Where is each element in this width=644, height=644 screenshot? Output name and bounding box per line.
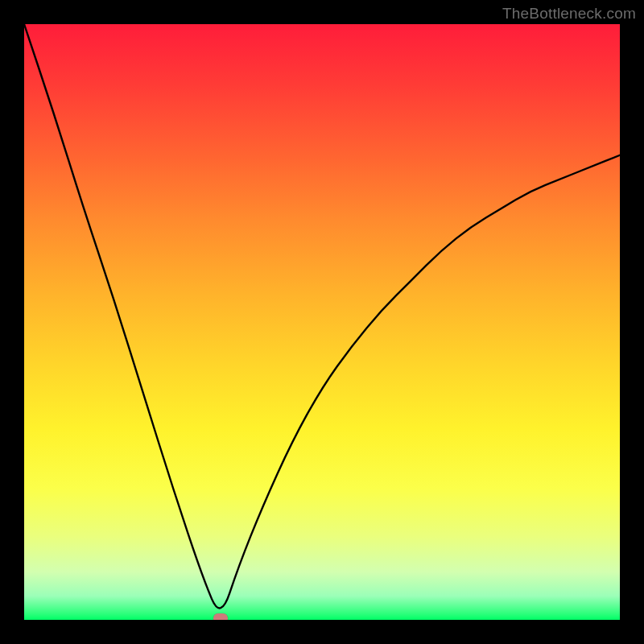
bottleneck-curve [24, 24, 620, 608]
plot-area [24, 24, 620, 620]
chart-frame: TheBottleneck.com [0, 0, 644, 644]
curve-svg [24, 24, 620, 620]
minimum-marker [213, 613, 228, 620]
watermark-text: TheBottleneck.com [502, 5, 636, 23]
